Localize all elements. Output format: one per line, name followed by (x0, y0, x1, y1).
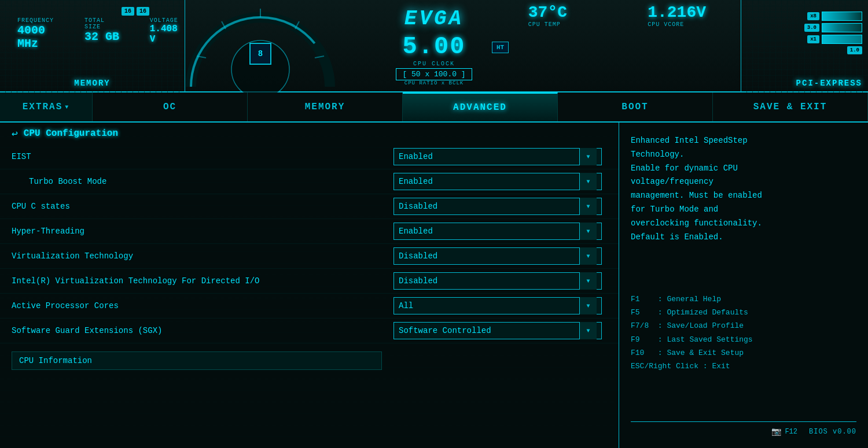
setting-control-turbo: Enabled ▼ (393, 173, 607, 190)
virt-dropdown[interactable]: Disabled ▼ (393, 247, 602, 265)
total-size-value: 32 GB (84, 30, 121, 43)
cpu-vcore-display: 1.216V CPU VCORE (648, 3, 706, 28)
setting-control-vtd: Disabled ▼ (393, 272, 607, 290)
total-size-label: TOTAL SIZE (84, 17, 121, 30)
frequency-label: FREQUENCY (17, 17, 67, 24)
shortcut-f1: F1 : General Help (631, 293, 856, 306)
vtd-dropdown-arrow: ▼ (579, 272, 597, 290)
center-info-area: EVGA 5.00 CPU CLOCK [ 50 x 100.0 ] CPU R… (318, 0, 550, 92)
virt-dropdown-arrow: ▼ (579, 247, 597, 265)
setting-name-eist: EIST (12, 152, 393, 161)
setting-name-turbo: Turbo Boost Mode (12, 177, 393, 186)
pci-bar-2 (822, 23, 862, 32)
pci-slots: x8 3.0 x1 1.0 (804, 12, 862, 54)
cpu-info-bar[interactable]: CPU Information (12, 351, 382, 370)
cpu-info-section: CPU Information (0, 348, 619, 373)
vtd-dropdown[interactable]: Disabled ▼ (393, 272, 602, 290)
active-cores-dropdown[interactable]: All ▼ (393, 297, 602, 314)
section-header: ↩ CPU Configuration (0, 123, 619, 145)
turbo-dropdown[interactable]: Enabled ▼ (393, 173, 602, 190)
camera-icon: 📷 (771, 427, 781, 436)
cpu-clock-label: CPU CLOCK (413, 61, 455, 67)
setting-control-active-cores: All ▼ (393, 297, 607, 314)
cpu-clock-value: 5.00 (403, 33, 466, 61)
bottom-status-bar: 📷 F12 BIOS v0.00 (631, 421, 856, 436)
pci-bar-3 (822, 35, 862, 44)
core-badge-2: 16 (137, 7, 149, 16)
section-title: CPU Configuration (24, 128, 118, 139)
main-content: ↩ CPU Configuration EIST Enabled ▼ Turbo… (0, 123, 868, 448)
sgx-dropdown[interactable]: Software Controlled ▼ (393, 322, 602, 339)
settings-row-cpu-c-states[interactable]: CPU C states Disabled ▼ (0, 194, 619, 219)
setting-name-virt: Virtualization Technology (12, 251, 393, 261)
setting-name-sgx: Software Guard Extensions (SGX) (12, 326, 393, 335)
extras-arrow-icon: ▼ (65, 104, 69, 110)
sgx-dropdown-arrow: ▼ (579, 322, 597, 339)
hyperthreading-dropdown-arrow: ▼ (579, 223, 597, 240)
cpu-vcore-value: 1.216V (648, 3, 706, 21)
shortcut-f9: F9 : Last Saved Settings (631, 333, 856, 346)
settings-row-virt[interactable]: Virtualization Technology Disabled ▼ (0, 244, 619, 269)
setting-name-hyperthreading: Hyper-Threading (12, 227, 393, 236)
pci-express-panel: x8 3.0 x1 1.0 PCI-EXPRESS (741, 0, 868, 92)
settings-row-vtd[interactable]: Intel(R) Virtualization Technology For D… (0, 269, 619, 294)
active-cores-dropdown-arrow: ▼ (579, 297, 597, 314)
hyperthreading-dropdown[interactable]: Enabled ▼ (393, 223, 602, 240)
cpu-c-states-dropdown-arrow: ▼ (579, 198, 597, 215)
shortcut-f10: F10 : Save & Exit Setup (631, 346, 856, 360)
memory-info: FREQUENCY 4000 MHz TOTAL SIZE 32 GB VOLT… (17, 17, 185, 50)
pci-badge-x1: x1 (807, 35, 819, 43)
cpu-chip-badge: 8 (249, 43, 271, 65)
shortcut-esc: ESC/Right Click : Exit (631, 360, 856, 373)
settings-row-eist[interactable]: EIST Enabled ▼ (0, 145, 619, 169)
setting-name-active-cores: Active Processor Cores (12, 301, 393, 310)
top-header: 16 16 FREQUENCY 4000 MHz TOTAL SIZE 32 G… (0, 0, 868, 92)
setting-control-cpu-c-states: Disabled ▼ (393, 198, 607, 215)
cpu-c-states-dropdown[interactable]: Disabled ▼ (393, 198, 602, 215)
core-badge-1: 16 (122, 7, 134, 16)
settings-row-sgx[interactable]: Software Guard Extensions (SGX) Software… (0, 319, 619, 343)
frequency-block: FREQUENCY 4000 MHz (17, 17, 67, 50)
settings-row-active-cores[interactable]: Active Processor Cores All ▼ (0, 294, 619, 319)
memory-section-label: MEMORY (74, 79, 110, 88)
pci-badge-10: 1.0 (847, 46, 862, 54)
setting-control-eist: Enabled ▼ (393, 148, 607, 165)
help-shortcuts: F1 : General Help F5 : Optimized Default… (631, 293, 856, 373)
setting-name-cpu-c-states: CPU C states (12, 202, 393, 211)
back-icon[interactable]: ↩ (12, 127, 18, 140)
bios-version: BIOS v0.00 (809, 428, 856, 436)
pci-slot-row-3: x1 (807, 35, 862, 44)
tab-save-exit[interactable]: SAVE & EXIT (713, 92, 868, 121)
setting-control-hyperthreading: Enabled ▼ (393, 223, 607, 240)
tab-boot[interactable]: BOOT (558, 92, 713, 121)
settings-row-hyperthreading[interactable]: Hyper-Threading Enabled ▼ (0, 219, 619, 244)
ht-badge: HT (492, 42, 509, 53)
tab-extras[interactable]: EXTRAS ▼ (0, 92, 93, 121)
total-size-block: TOTAL SIZE 32 GB (84, 17, 121, 50)
pci-badge-x8: x8 (807, 12, 819, 20)
tab-oc[interactable]: OC (93, 92, 248, 121)
pci-badge-3: 3.0 (804, 24, 819, 32)
core-badges: 16 16 (122, 7, 149, 16)
memory-panel: 16 16 FREQUENCY 4000 MHz TOTAL SIZE 32 G… (0, 0, 185, 92)
evga-logo: EVGA (404, 7, 464, 31)
tab-advanced[interactable]: ADVANCED (403, 92, 558, 121)
shortcut-f5: F5 : Optimized Defaults (631, 306, 856, 319)
cpu-ratio-label: CPU RATIO x BCLK (404, 80, 464, 86)
setting-control-virt: Disabled ▼ (393, 247, 607, 265)
settings-panel: ↩ CPU Configuration EIST Enabled ▼ Turbo… (0, 123, 619, 448)
nav-bar: EXTRAS ▼ OC MEMORY ADVANCED BOOT SAVE & … (0, 92, 868, 123)
frequency-value: 4000 MHz (17, 24, 67, 50)
help-panel: Enhanced Intel SpeedStep Technology. Ena… (619, 123, 868, 448)
eist-dropdown-arrow: ▼ (579, 148, 597, 165)
pci-slot-row-2: 3.0 (804, 23, 862, 32)
tab-memory[interactable]: MEMORY (248, 92, 403, 121)
f12-display: 📷 F12 (771, 427, 797, 436)
eist-dropdown[interactable]: Enabled ▼ (393, 148, 602, 165)
settings-row-turbo[interactable]: Turbo Boost Mode Enabled ▼ (0, 169, 619, 194)
setting-control-sgx: Software Controlled ▼ (393, 322, 607, 339)
shortcut-f7f8: F7/8 : Save/Load Profile (631, 319, 856, 332)
setting-name-vtd: Intel(R) Virtualization Technology For D… (12, 276, 393, 286)
help-description: Enhanced Intel SpeedStep Technology. Ena… (631, 134, 856, 244)
pci-bar-1 (822, 12, 862, 21)
